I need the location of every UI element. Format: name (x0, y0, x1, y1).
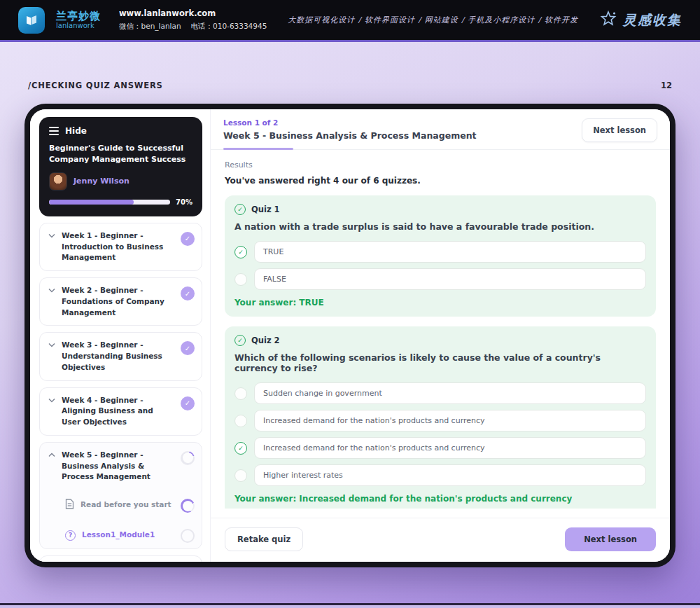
quiz-title: Quiz 2 (251, 336, 280, 345)
page-caption: /CHECKING QUIZ ANSWERS (28, 81, 163, 90)
lesson-main-pane: Lesson 1 of 2 Week 5 - Business Analysis… (211, 109, 670, 562)
brand-right-text: 灵感收集 (623, 11, 682, 29)
active-tab-indicator (223, 148, 293, 150)
sidebar-item-week-3[interactable]: Week 3 - Beginner - Understanding Busine… (39, 332, 202, 380)
lesson-tab-header: Lesson 1 of 2 Week 5 - Business Analysis… (211, 109, 670, 150)
course-title: Beginner's Guide to Successful Company M… (49, 143, 192, 165)
quiz-option[interactable]: ✓ TRUE (234, 241, 646, 263)
option-radio-icon (234, 387, 247, 400)
logo-en: lanlanwork (56, 22, 101, 29)
next-lesson-button-top[interactable]: Next lesson (582, 118, 657, 142)
website-url: www.lanlanwork.com (119, 8, 267, 20)
option-box[interactable]: Higher interest rates (254, 464, 646, 486)
chevron-down-icon (48, 398, 55, 403)
user-row[interactable]: Jenny Wilson (49, 172, 192, 191)
item-label: Week 1 - Beginner - Introduction to Busi… (62, 230, 174, 263)
page-number: 12 (661, 81, 672, 90)
in-progress-ring-icon (181, 499, 195, 513)
sidebar-subitem-read-before[interactable]: Read before you start (48, 497, 195, 513)
your-answer-text: Your answer: Increased demand for the na… (234, 494, 646, 504)
option-box[interactable]: FALSE (254, 268, 646, 290)
results-label: Results (225, 160, 656, 170)
lesson-footer: Retake quiz Next lesson (211, 518, 670, 562)
progress-fill (49, 200, 134, 205)
next-lesson-button-bottom[interactable]: Next lesson (565, 527, 656, 551)
hide-sidebar-button[interactable]: Hide (49, 126, 192, 136)
page: { "page": { "caption": "/CHECKING QUIZ A… (0, 0, 700, 608)
progress-percent: 70% (176, 198, 192, 206)
services-tagline: 大数据可视化设计 / 软件界面设计 / 网站建设 / 手机及小程序设计 / 软件… (278, 15, 588, 25)
quiz-question: Which of the following scenarios is like… (234, 352, 646, 373)
completed-check-icon: ✓ (181, 286, 195, 300)
subitem-label: Lesson1_Module1 (82, 530, 174, 541)
quiz-option[interactable]: Sudden change in government (234, 382, 646, 404)
phone-number: 电话：010-63334945 (191, 20, 267, 32)
chevron-down-icon (48, 233, 55, 238)
option-correct-icon: ✓ (234, 246, 247, 258)
subitem-label: Read before you start (80, 499, 174, 511)
option-radio-icon (234, 469, 247, 482)
quiz-option[interactable]: FALSE (234, 268, 646, 290)
quiz-correct-icon: ✓ (234, 204, 246, 215)
option-box[interactable]: Sudden change in government (254, 382, 646, 404)
quiz-correct-icon: ✓ (234, 335, 246, 346)
option-radio-icon (234, 273, 247, 286)
app-window: Hide Beginner's Guide to Successful Comp… (30, 109, 670, 562)
sidebar-item-week-5[interactable]: Week 5 - Beginner - Business Analysis & … (39, 442, 202, 549)
option-box[interactable]: Increased demand for the nation's produc… (254, 437, 646, 459)
wechat-id: 微信：ben_lanlan (119, 20, 181, 32)
retake-quiz-button[interactable]: Retake quiz (225, 527, 303, 551)
course-progress: 70% (49, 198, 192, 206)
quiz-results-content: Results You've answered right 4 our of 6… (211, 150, 670, 509)
logo-cn: 兰亭妙微 (56, 11, 101, 22)
option-radio-icon (234, 415, 247, 427)
star-icon (599, 10, 617, 31)
hamburger-icon (49, 127, 59, 135)
sidebar-subitem-lesson1-module1[interactable]: ? Lesson1_Module1 (48, 527, 195, 543)
sidebar-item-week-6[interactable]: Week 6 - Beginner - Strategies for Succe… (39, 555, 202, 562)
results-summary: You've answered right 4 our of 6 quizzes… (225, 176, 656, 186)
item-label: Week 2 - Beginner - Foundations of Compa… (62, 285, 174, 318)
completed-check-icon: ✓ (181, 232, 195, 246)
site-header: 兰亭妙微 lanlanwork www.lanlanwork.com 微信：be… (0, 0, 700, 40)
sidebar-item-week-2[interactable]: Week 2 - Beginner - Foundations of Compa… (39, 277, 202, 326)
device-frame: Hide Beginner's Guide to Successful Comp… (24, 104, 676, 567)
quiz-option[interactable]: ✓ Increased demand for the nation's prod… (234, 437, 646, 459)
course-header-card: Hide Beginner's Guide to Successful Comp… (39, 117, 202, 216)
chevron-up-icon (48, 452, 55, 457)
bottom-strip (0, 605, 700, 608)
option-box[interactable]: Increased demand for the nation's produc… (254, 410, 646, 431)
chevron-down-icon (48, 343, 55, 347)
quiz-1-card: ✓ Quiz 1 A nation with a trade surplus i… (225, 195, 656, 317)
question-icon: ? (65, 530, 76, 541)
company-logo-icon (18, 7, 45, 34)
hide-label: Hide (65, 126, 87, 136)
quiz-2-card: ✓ Quiz 2 Which of the following scenario… (225, 326, 656, 509)
progress-track (49, 200, 170, 205)
completed-check-icon: ✓ (181, 341, 195, 355)
sidebar-item-week-1[interactable]: Week 1 - Beginner - Introduction to Busi… (39, 223, 202, 271)
item-label: Week 4 - Beginner - Aligning Business an… (62, 395, 174, 428)
quiz-option[interactable]: Increased demand for the nation's produc… (234, 410, 646, 431)
user-name: Jenny Wilson (74, 177, 130, 186)
quiz-question: A nation with a trade surplus is said to… (234, 221, 646, 232)
item-label: Week 3 - Beginner - Understanding Busine… (62, 340, 174, 373)
option-correct-icon: ✓ (234, 442, 247, 455)
completed-check-icon: ✓ (181, 396, 195, 410)
brand-right: 灵感收集 (599, 10, 682, 31)
avatar (49, 172, 67, 191)
option-box[interactable]: TRUE (254, 241, 646, 263)
item-label: Week 5 - Beginner - Business Analysis & … (62, 450, 174, 483)
quiz-title: Quiz 1 (251, 205, 280, 214)
header-accent-line (0, 40, 700, 42)
sidebar-item-week-4[interactable]: Week 4 - Beginner - Aligning Business an… (39, 387, 202, 436)
quiz-option[interactable]: Higher interest rates (234, 464, 646, 486)
contact-block: www.lanlanwork.com 微信：ben_lanlan 电话：010-… (119, 8, 267, 32)
your-answer-text: Your answer: TRUE (234, 298, 646, 308)
chevron-down-icon (48, 288, 55, 293)
company-logo-text: 兰亭妙微 lanlanwork (56, 11, 101, 30)
todo-circle-icon (181, 529, 195, 543)
in-progress-ring-icon (181, 451, 195, 465)
course-sidebar: Hide Beginner's Guide to Successful Comp… (30, 109, 211, 562)
document-icon (65, 499, 74, 512)
